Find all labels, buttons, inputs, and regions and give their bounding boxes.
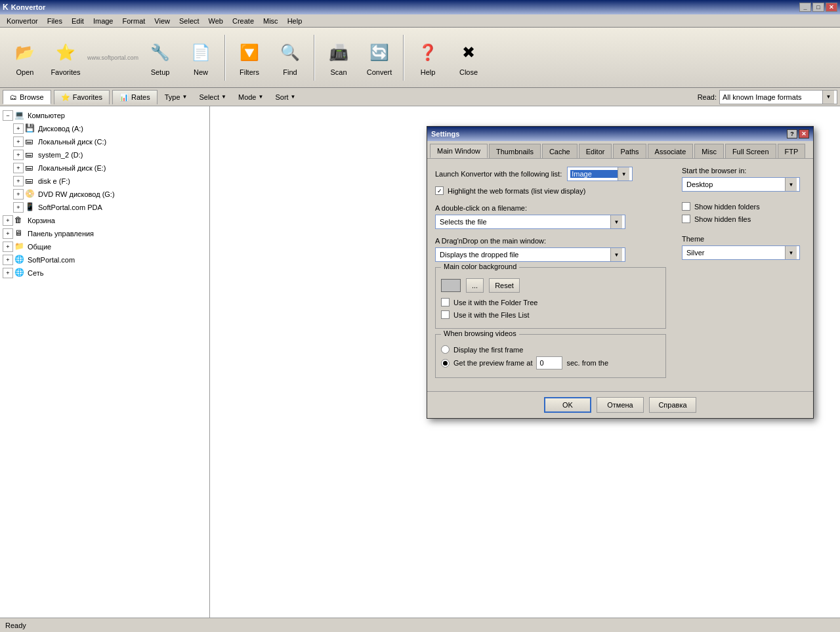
first-frame-row: Display the first frame <box>441 345 660 354</box>
tab-favorites[interactable]: ⭐ Favorites <box>54 90 110 104</box>
tree-item-drive-d[interactable]: + 🖴 system_2 (D:) <box>0 148 209 161</box>
use-folder-checkbox[interactable] <box>441 298 450 306</box>
theme-combo[interactable]: Silver ▼ <box>682 245 800 260</box>
menu-format[interactable]: Format <box>118 16 149 26</box>
doubleclick-combo[interactable]: Selects the file ▼ <box>435 215 625 229</box>
favorites-button[interactable]: ⭐ Favorites <box>46 32 85 84</box>
tree-item-drive-e[interactable]: + 🖴 Локальный диск (E:) <box>0 161 209 175</box>
convert-button[interactable]: 🔄 Convert <box>360 32 399 84</box>
launch-combo[interactable]: Image ▼ <box>567 167 633 181</box>
menu-web[interactable]: Web <box>205 16 227 26</box>
expander-softportal-pda[interactable]: + <box>13 202 24 213</box>
tree-item-network[interactable]: + 🌐 Сеть <box>0 266 209 280</box>
menu-help[interactable]: Help <box>284 16 306 26</box>
help-dialog-button[interactable]: Справка <box>649 397 696 413</box>
tab-thumbnails[interactable]: Thumbnails <box>489 144 541 158</box>
new-button[interactable]: 📄 New <box>181 32 220 84</box>
expander-drive-c[interactable]: + <box>13 137 24 147</box>
expander-shared[interactable]: + <box>3 242 13 252</box>
dragndrop-combo[interactable]: Displays the dropped file ▼ <box>435 247 625 262</box>
tree-item-computer[interactable]: − 💻 Компьютер <box>0 109 209 122</box>
open-button[interactable]: 📂 Open <box>5 32 45 84</box>
start-browser-row: Start the browser in: Desktop ▼ <box>682 167 805 192</box>
expander-control-panel[interactable]: + <box>3 228 13 239</box>
find-button[interactable]: 🔍 Find <box>270 32 310 84</box>
ok-button[interactable]: OK <box>544 397 591 413</box>
tree-item-drive-c[interactable]: + 🖴 Локальный диск (C:) <box>0 135 209 148</box>
tree-item-softportal[interactable]: + 🌐 SoftPortal.com <box>0 253 209 266</box>
settings-dialog: Settings ? ✕ Main Window Thumbnails Cach… <box>427 126 814 419</box>
expander-softportal[interactable]: + <box>3 255 13 265</box>
first-frame-label: Display the first frame <box>453 346 523 354</box>
tree-item-drive-a[interactable]: + 💾 Дисковод (A:) <box>0 122 209 135</box>
tab-main-window[interactable]: Main Window <box>430 144 488 158</box>
hidden-files-checkbox[interactable] <box>682 215 690 223</box>
sort-button[interactable]: Sort ▼ <box>270 90 300 104</box>
setup-button[interactable]: 🔧 Setup <box>140 32 180 84</box>
minimize-button[interactable]: _ <box>799 3 811 12</box>
dialog-close-button[interactable]: ✕ <box>799 129 809 138</box>
menu-select[interactable]: Select <box>175 16 203 26</box>
tab-paths[interactable]: Paths <box>613 144 646 158</box>
type-label: Type <box>165 93 180 101</box>
expander-drive-f[interactable]: + <box>13 176 24 186</box>
maximize-button[interactable]: □ <box>812 3 824 12</box>
close-window-button[interactable]: ✕ <box>826 3 837 12</box>
tab-rates[interactable]: 📊 Rates <box>112 90 158 104</box>
menu-edit[interactable]: Edit <box>68 16 88 26</box>
tab-editor[interactable]: Editor <box>579 144 612 158</box>
tree-item-drive-g[interactable]: + 📀 DVD RW дисковод (G:) <box>0 188 209 201</box>
tree-item-drive-f[interactable]: + 🖴 disk e (F:) <box>0 175 209 188</box>
menu-files[interactable]: Files <box>43 16 66 26</box>
dialog-help-button[interactable]: ? <box>787 129 797 138</box>
dialog-title: Settings <box>431 130 459 138</box>
cancel-button[interactable]: Отмена <box>597 397 644 413</box>
expander-computer[interactable]: − <box>3 110 13 121</box>
softportal-icon: 🌐 <box>14 255 25 265</box>
first-frame-radio[interactable] <box>441 345 450 354</box>
tab-fullscreen[interactable]: Full Screen <box>725 144 776 158</box>
color-groupbox: Main color background ... Reset Use it w… <box>435 267 666 329</box>
expander-drive-e[interactable]: + <box>13 163 24 173</box>
tab-ftp[interactable]: FTP <box>778 144 806 158</box>
expander-drive-a[interactable]: + <box>13 123 24 134</box>
tab-associate[interactable]: Associate <box>648 144 694 158</box>
menu-image[interactable]: Image <box>89 16 117 26</box>
expander-drive-d[interactable]: + <box>13 150 24 160</box>
type-button[interactable]: Type ▼ <box>160 90 192 104</box>
tab-misc[interactable]: Misc <box>694 144 724 158</box>
tree-item-control-panel[interactable]: + 🖥 Панель управления <box>0 227 209 240</box>
hidden-folders-checkbox[interactable] <box>682 202 690 211</box>
expander-drive-g[interactable]: + <box>13 189 24 200</box>
filters-button[interactable]: 🔽 Filters <box>230 32 269 84</box>
expander-trash[interactable]: + <box>3 215 13 226</box>
theme-value: Silver <box>685 249 785 257</box>
highlight-checkbox[interactable] <box>435 186 444 195</box>
read-combo[interactable]: All known Image formats ▼ <box>719 90 837 104</box>
reset-button[interactable]: Reset <box>489 278 520 293</box>
drive-e-icon: 🖴 <box>25 163 35 173</box>
tab-browse[interactable]: 🗂 Browse <box>3 90 51 104</box>
tree-item-trash[interactable]: + 🗑 Корзина <box>0 214 209 227</box>
filters-icon: 🔽 <box>236 39 262 66</box>
tab-cache[interactable]: Cache <box>542 144 578 158</box>
mode-button[interactable]: Mode ▼ <box>234 90 268 104</box>
menu-view[interactable]: View <box>150 16 174 26</box>
start-browser-combo[interactable]: Desktop ▼ <box>682 177 800 192</box>
menu-misc[interactable]: Misc <box>259 16 282 26</box>
expander-network[interactable]: + <box>3 268 13 278</box>
preview-frame-input[interactable]: 0 <box>536 356 562 369</box>
launch-label: Launch Konvertor with the following list… <box>435 170 562 178</box>
menu-konvertor[interactable]: Konvertor <box>3 16 42 26</box>
tree-item-shared[interactable]: + 📁 Общие <box>0 240 209 253</box>
tree-item-softportal-pda[interactable]: + 📱 SoftPortal.com PDA <box>0 201 209 214</box>
color-pick-button[interactable]: ... <box>466 278 484 293</box>
select-button[interactable]: Select ▼ <box>194 90 231 104</box>
help-button[interactable]: ❓ Help <box>408 32 448 84</box>
use-files-checkbox[interactable] <box>441 310 450 319</box>
preview-frame-radio[interactable] <box>441 359 450 368</box>
scan-button[interactable]: 📠 Scan <box>319 32 358 84</box>
menu-create[interactable]: Create <box>228 16 258 26</box>
separator-1 <box>224 35 226 81</box>
close-button[interactable]: ✖ Close <box>449 32 488 84</box>
